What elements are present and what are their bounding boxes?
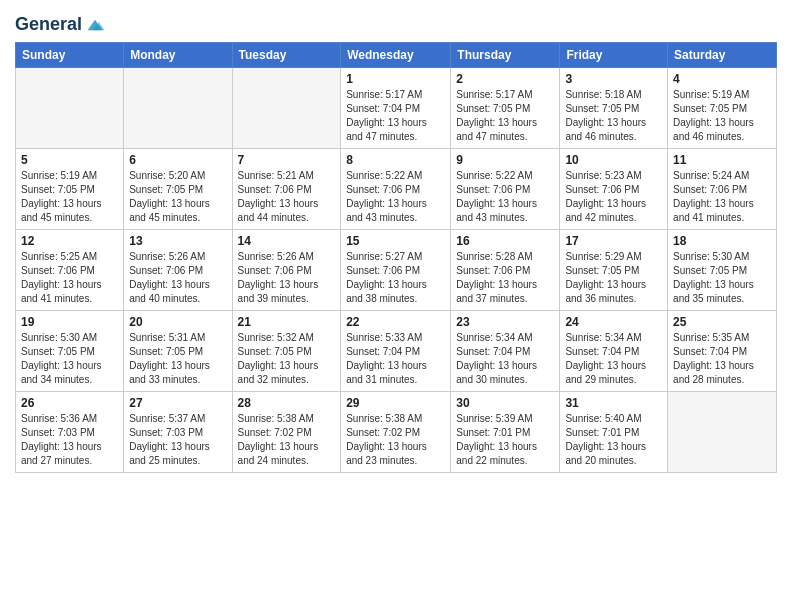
day-cell: 6Sunrise: 5:20 AMSunset: 7:05 PMDaylight… (124, 149, 232, 230)
day-cell: 15Sunrise: 5:27 AMSunset: 7:06 PMDayligh… (341, 230, 451, 311)
day-cell: 3Sunrise: 5:18 AMSunset: 7:05 PMDaylight… (560, 68, 668, 149)
day-info: Sunrise: 5:19 AMSunset: 7:05 PMDaylight:… (673, 88, 771, 144)
day-number: 13 (129, 234, 226, 248)
day-cell: 13Sunrise: 5:26 AMSunset: 7:06 PMDayligh… (124, 230, 232, 311)
day-cell (124, 68, 232, 149)
day-info: Sunrise: 5:36 AMSunset: 7:03 PMDaylight:… (21, 412, 118, 468)
day-info: Sunrise: 5:28 AMSunset: 7:06 PMDaylight:… (456, 250, 554, 306)
logo: General (15, 14, 106, 36)
week-row-3: 12Sunrise: 5:25 AMSunset: 7:06 PMDayligh… (16, 230, 777, 311)
day-number: 10 (565, 153, 662, 167)
weekday-header-row: SundayMondayTuesdayWednesdayThursdayFrid… (16, 43, 777, 68)
day-cell: 25Sunrise: 5:35 AMSunset: 7:04 PMDayligh… (668, 311, 777, 392)
day-cell: 29Sunrise: 5:38 AMSunset: 7:02 PMDayligh… (341, 392, 451, 473)
day-number: 8 (346, 153, 445, 167)
day-cell: 26Sunrise: 5:36 AMSunset: 7:03 PMDayligh… (16, 392, 124, 473)
day-info: Sunrise: 5:17 AMSunset: 7:05 PMDaylight:… (456, 88, 554, 144)
day-info: Sunrise: 5:29 AMSunset: 7:05 PMDaylight:… (565, 250, 662, 306)
day-number: 15 (346, 234, 445, 248)
day-cell: 10Sunrise: 5:23 AMSunset: 7:06 PMDayligh… (560, 149, 668, 230)
day-info: Sunrise: 5:38 AMSunset: 7:02 PMDaylight:… (238, 412, 336, 468)
day-cell: 11Sunrise: 5:24 AMSunset: 7:06 PMDayligh… (668, 149, 777, 230)
day-number: 11 (673, 153, 771, 167)
day-info: Sunrise: 5:30 AMSunset: 7:05 PMDaylight:… (21, 331, 118, 387)
day-info: Sunrise: 5:38 AMSunset: 7:02 PMDaylight:… (346, 412, 445, 468)
weekday-header-tuesday: Tuesday (232, 43, 341, 68)
day-cell: 17Sunrise: 5:29 AMSunset: 7:05 PMDayligh… (560, 230, 668, 311)
day-number: 7 (238, 153, 336, 167)
day-cell: 5Sunrise: 5:19 AMSunset: 7:05 PMDaylight… (16, 149, 124, 230)
day-info: Sunrise: 5:24 AMSunset: 7:06 PMDaylight:… (673, 169, 771, 225)
day-number: 20 (129, 315, 226, 329)
page: General SundayMondayTuesdayWednesdayThur… (0, 0, 792, 612)
day-info: Sunrise: 5:37 AMSunset: 7:03 PMDaylight:… (129, 412, 226, 468)
day-info: Sunrise: 5:25 AMSunset: 7:06 PMDaylight:… (21, 250, 118, 306)
weekday-header-saturday: Saturday (668, 43, 777, 68)
day-cell: 23Sunrise: 5:34 AMSunset: 7:04 PMDayligh… (451, 311, 560, 392)
logo-text: General (15, 15, 82, 35)
day-cell: 27Sunrise: 5:37 AMSunset: 7:03 PMDayligh… (124, 392, 232, 473)
day-info: Sunrise: 5:35 AMSunset: 7:04 PMDaylight:… (673, 331, 771, 387)
day-info: Sunrise: 5:33 AMSunset: 7:04 PMDaylight:… (346, 331, 445, 387)
day-number: 27 (129, 396, 226, 410)
day-number: 21 (238, 315, 336, 329)
weekday-header-wednesday: Wednesday (341, 43, 451, 68)
day-info: Sunrise: 5:20 AMSunset: 7:05 PMDaylight:… (129, 169, 226, 225)
calendar: SundayMondayTuesdayWednesdayThursdayFrid… (15, 42, 777, 473)
day-cell (668, 392, 777, 473)
day-number: 28 (238, 396, 336, 410)
day-number: 29 (346, 396, 445, 410)
day-info: Sunrise: 5:19 AMSunset: 7:05 PMDaylight:… (21, 169, 118, 225)
day-number: 17 (565, 234, 662, 248)
day-number: 23 (456, 315, 554, 329)
day-cell: 14Sunrise: 5:26 AMSunset: 7:06 PMDayligh… (232, 230, 341, 311)
header: General (15, 10, 777, 36)
day-info: Sunrise: 5:40 AMSunset: 7:01 PMDaylight:… (565, 412, 662, 468)
weekday-header-thursday: Thursday (451, 43, 560, 68)
day-cell: 7Sunrise: 5:21 AMSunset: 7:06 PMDaylight… (232, 149, 341, 230)
day-cell: 2Sunrise: 5:17 AMSunset: 7:05 PMDaylight… (451, 68, 560, 149)
day-cell: 16Sunrise: 5:28 AMSunset: 7:06 PMDayligh… (451, 230, 560, 311)
day-cell: 18Sunrise: 5:30 AMSunset: 7:05 PMDayligh… (668, 230, 777, 311)
day-number: 31 (565, 396, 662, 410)
day-cell (16, 68, 124, 149)
day-number: 9 (456, 153, 554, 167)
day-cell: 21Sunrise: 5:32 AMSunset: 7:05 PMDayligh… (232, 311, 341, 392)
day-number: 3 (565, 72, 662, 86)
day-number: 2 (456, 72, 554, 86)
day-cell: 24Sunrise: 5:34 AMSunset: 7:04 PMDayligh… (560, 311, 668, 392)
day-info: Sunrise: 5:34 AMSunset: 7:04 PMDaylight:… (456, 331, 554, 387)
day-number: 1 (346, 72, 445, 86)
day-info: Sunrise: 5:21 AMSunset: 7:06 PMDaylight:… (238, 169, 336, 225)
week-row-5: 26Sunrise: 5:36 AMSunset: 7:03 PMDayligh… (16, 392, 777, 473)
day-info: Sunrise: 5:27 AMSunset: 7:06 PMDaylight:… (346, 250, 445, 306)
day-number: 12 (21, 234, 118, 248)
day-info: Sunrise: 5:34 AMSunset: 7:04 PMDaylight:… (565, 331, 662, 387)
day-info: Sunrise: 5:26 AMSunset: 7:06 PMDaylight:… (129, 250, 226, 306)
day-info: Sunrise: 5:22 AMSunset: 7:06 PMDaylight:… (346, 169, 445, 225)
day-number: 19 (21, 315, 118, 329)
week-row-2: 5Sunrise: 5:19 AMSunset: 7:05 PMDaylight… (16, 149, 777, 230)
day-info: Sunrise: 5:17 AMSunset: 7:04 PMDaylight:… (346, 88, 445, 144)
day-number: 30 (456, 396, 554, 410)
day-cell: 31Sunrise: 5:40 AMSunset: 7:01 PMDayligh… (560, 392, 668, 473)
day-number: 4 (673, 72, 771, 86)
day-info: Sunrise: 5:22 AMSunset: 7:06 PMDaylight:… (456, 169, 554, 225)
day-cell: 4Sunrise: 5:19 AMSunset: 7:05 PMDaylight… (668, 68, 777, 149)
day-cell: 8Sunrise: 5:22 AMSunset: 7:06 PMDaylight… (341, 149, 451, 230)
logo-icon (84, 14, 106, 36)
day-info: Sunrise: 5:31 AMSunset: 7:05 PMDaylight:… (129, 331, 226, 387)
day-cell: 20Sunrise: 5:31 AMSunset: 7:05 PMDayligh… (124, 311, 232, 392)
day-info: Sunrise: 5:30 AMSunset: 7:05 PMDaylight:… (673, 250, 771, 306)
day-number: 26 (21, 396, 118, 410)
day-cell: 22Sunrise: 5:33 AMSunset: 7:04 PMDayligh… (341, 311, 451, 392)
day-number: 6 (129, 153, 226, 167)
day-number: 14 (238, 234, 336, 248)
weekday-header-monday: Monday (124, 43, 232, 68)
week-row-4: 19Sunrise: 5:30 AMSunset: 7:05 PMDayligh… (16, 311, 777, 392)
day-number: 18 (673, 234, 771, 248)
day-number: 16 (456, 234, 554, 248)
day-info: Sunrise: 5:18 AMSunset: 7:05 PMDaylight:… (565, 88, 662, 144)
day-info: Sunrise: 5:39 AMSunset: 7:01 PMDaylight:… (456, 412, 554, 468)
week-row-1: 1Sunrise: 5:17 AMSunset: 7:04 PMDaylight… (16, 68, 777, 149)
